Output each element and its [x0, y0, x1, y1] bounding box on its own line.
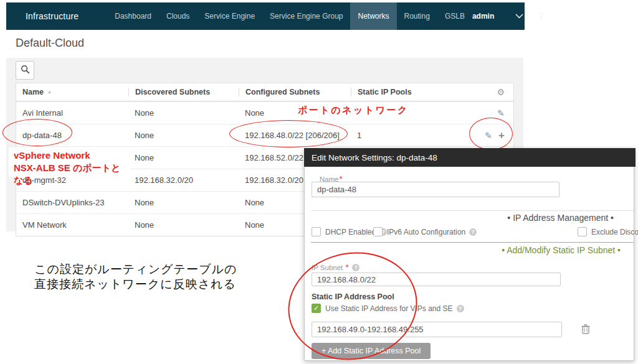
table-header-row: Name▲ Discovered Subnets Configured Subn…	[16, 83, 513, 101]
nav-item-routing[interactable]: Routing	[397, 2, 437, 30]
delete-pool-button[interactable]	[581, 324, 591, 337]
checkbox-unchecked[interactable]	[373, 227, 383, 236]
annotation-vsphere-note: vSphere Network NSX-ALB SE のポートとなる	[9, 147, 130, 177]
column-header-name[interactable]: Name▲	[16, 88, 128, 96]
cell-name: Avi Internal	[16, 108, 128, 118]
cell-discovered: None	[128, 108, 239, 118]
kebab-menu-icon[interactable]: ⋮	[537, 12, 546, 21]
checkbox-unchecked[interactable]	[578, 227, 587, 236]
cell-name: VM Network	[16, 220, 128, 230]
top-navbar: Infrastructure Dashboard Clouds Service …	[6, 2, 525, 30]
table-row-avi-internal[interactable]: Avi Internal None None ✎	[16, 101, 513, 124]
cell-name: DSwitch-DVUplinks-23	[16, 198, 128, 207]
annotation-routing-note: この設定がルーティングテーブルの 直接接続ネットワークに反映される	[34, 262, 237, 292]
app-title: Infrastructure	[26, 11, 79, 21]
cell-pools: 1	[351, 131, 470, 140]
ipv6-auto-config-checkbox[interactable]: IPv6 Auto Configuration ?	[373, 227, 477, 236]
name-input[interactable]	[312, 182, 559, 197]
nav-right-group: admin ⋮	[472, 8, 574, 25]
info-icon[interactable]: ?	[469, 228, 477, 236]
search-icon	[21, 65, 30, 77]
annotation-routing-note-line2: 直接接続ネットワークに反映される	[34, 277, 237, 292]
nav-item-dashboard[interactable]: Dashboard	[107, 2, 159, 30]
nav-item-service-engine-group[interactable]: Service Engine Group	[262, 2, 350, 30]
nav-item-networks[interactable]: Networks	[350, 2, 396, 30]
section-add-modify-static-ip-subnet: • Add/Modify Static IP Subnet •	[502, 245, 621, 255]
sort-ascending-icon: ▲	[47, 90, 52, 94]
screen: Infrastructure Dashboard Clouds Service …	[0, 0, 638, 364]
exclude-discovered-label: Exclude Discover	[591, 228, 638, 236]
cell-discovered: 192.168.32.0/20	[128, 175, 239, 185]
nav-item-gslb[interactable]: GSLB	[437, 2, 472, 30]
avi-logo-icon[interactable]	[557, 8, 574, 25]
cell-discovered: None	[128, 220, 239, 230]
exclude-discovered-checkbox[interactable]: Exclude Discover	[578, 227, 638, 236]
annotation-vsphere-line1: vSphere Network	[14, 149, 130, 162]
column-header-discovered-subnets[interactable]: Discovered Subnets	[128, 88, 239, 96]
checkbox-unchecked[interactable]	[312, 227, 321, 236]
nav-menu: Dashboard Clouds Service Engine Service …	[107, 2, 472, 30]
annotation-circle-row-icons	[469, 118, 513, 150]
table-settings-gear-icon[interactable]: ⚙	[497, 88, 505, 96]
column-header-static-ip-pools[interactable]: Static IP Pools	[351, 88, 470, 96]
page-title: Default-Cloud	[16, 37, 84, 50]
edit-row-icon[interactable]: ✎	[497, 109, 505, 118]
annotation-circle-dp-data-48	[2, 119, 72, 146]
annotation-port-network-label: ポートのネットワーク	[298, 105, 409, 116]
user-menu[interactable]: admin	[472, 12, 494, 21]
annotation-circle-configured-subnet	[229, 120, 348, 147]
ipv6-auto-config-label: IPv6 Auto Configuration	[387, 228, 465, 236]
info-icon[interactable]: ?	[457, 305, 464, 312]
dhcp-enabled-label: DHCP Enabled	[325, 228, 376, 236]
trash-icon	[581, 327, 591, 337]
annotation-routing-note-line1: この設定がルーティングテーブルの	[34, 262, 237, 277]
cell-discovered: None	[128, 153, 239, 162]
cell-discovered: None	[128, 131, 239, 140]
annotation-vsphere-line2: NSX-ALB SE のポートとなる	[14, 162, 130, 187]
column-header-configured-subnets[interactable]: Configured Subnets	[239, 88, 351, 96]
chevron-down-icon[interactable]	[515, 14, 523, 19]
nav-item-service-engine[interactable]: Service Engine	[197, 2, 262, 30]
search-button[interactable]	[16, 61, 34, 80]
section-ip-address-management: • IP Address Management •	[507, 213, 614, 223]
cell-discovered: None	[128, 198, 239, 207]
nav-item-clouds[interactable]: Clouds	[159, 2, 197, 30]
dialog-title: Edit Network Settings: dp-data-48	[304, 148, 636, 167]
